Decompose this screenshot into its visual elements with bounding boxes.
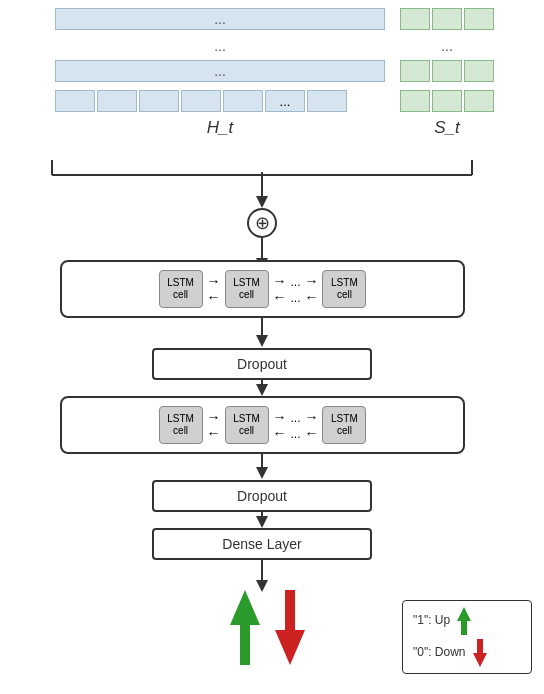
svg-marker-1: [256, 196, 268, 208]
lstm-cell-2-3-label: LSTMcell: [331, 413, 358, 437]
lstm-cell-1-2-label: LSTMcell: [233, 277, 260, 301]
ht-cell-4: [181, 90, 221, 112]
st-cell-r1-1: [400, 8, 430, 30]
st-cell-r4-1: [400, 90, 430, 112]
lstm-cell-1-3: LSTMcell: [322, 270, 366, 308]
legend-down-label: "0": Down: [413, 642, 466, 664]
svg-marker-7: [256, 384, 268, 396]
output-down-arrow: [270, 590, 310, 670]
svg-marker-20: [457, 607, 471, 635]
dense-layer: Dense Layer: [152, 528, 372, 560]
legend-box: "1": Up "0": Down: [402, 600, 532, 674]
lstm-cell-2-2-label: LSTMcell: [233, 413, 260, 437]
svg-marker-18: [230, 590, 260, 665]
lstm-cell-2-3: LSTMcell: [322, 406, 366, 444]
lstm-layer-2: LSTMcell → ← LSTMcell → ... → ← ... ← LS…: [60, 396, 465, 454]
legend-up-row: "1": Up: [413, 607, 521, 635]
st-cell-r3-2: [432, 60, 462, 82]
arrow-pair-2: → ←: [207, 409, 221, 441]
st-cell-r3-3: [464, 60, 494, 82]
ht-cell-last: [307, 90, 347, 112]
output-up-arrow: [225, 590, 265, 670]
legend-up-label: "1": Up: [413, 610, 450, 632]
lstm-cell-1-1: LSTMcell: [159, 270, 203, 308]
legend-down-icon: [472, 639, 488, 667]
legend-down-row: "0": Down: [413, 639, 521, 667]
arrow-dots-1: → ... → ← ... ←: [273, 273, 319, 305]
ht-cell-2: [97, 90, 137, 112]
ht-dots-2: ...: [214, 38, 226, 54]
st-row3: [400, 60, 494, 82]
arrow-dots-2: → ... → ← ... ←: [273, 409, 319, 441]
arrow-pair-1: → ←: [207, 273, 221, 305]
dropout-layer-1: Dropout: [152, 348, 372, 380]
st-cell-r1-2: [432, 8, 462, 30]
st-cell-r3-1: [400, 60, 430, 82]
lstm-cell-1-1-label: LSTMcell: [167, 277, 194, 301]
st-cell-r4-3: [464, 90, 494, 112]
ht-dots-3: ...: [214, 63, 226, 79]
diagram: ... ... ... ... H_t ...: [0, 0, 544, 694]
ht-dots-cells: ...: [265, 90, 305, 112]
ht-row3-wide: ...: [55, 60, 385, 82]
svg-marker-9: [256, 467, 268, 479]
svg-marker-19: [275, 590, 305, 665]
lstm-cell-2-1: LSTMcell: [159, 406, 203, 444]
ht-row4: ...: [55, 90, 347, 112]
lstm-cell-1-2: LSTMcell: [225, 270, 269, 308]
st-row1: [400, 8, 494, 30]
st-cell-r4-2: [432, 90, 462, 112]
lstm-cell-2-1-label: LSTMcell: [167, 413, 194, 437]
lstm-layer-1: LSTMcell → ← LSTMcell → ... → ← ... ← LS…: [60, 260, 465, 318]
st-cell-r1-3: [464, 8, 494, 30]
ht-cell-5: [223, 90, 263, 112]
ht-cell-1: [55, 90, 95, 112]
lstm-cell-2-2: LSTMcell: [225, 406, 269, 444]
svg-marker-11: [256, 516, 268, 528]
concat-symbol: ⊕: [247, 208, 277, 238]
svg-marker-21: [473, 639, 487, 667]
ht-dots-row2: ...: [55, 38, 385, 54]
lstm-cell-1-3-label: LSTMcell: [331, 277, 358, 301]
st-row4: [400, 90, 494, 112]
st-label: S_t: [400, 118, 494, 138]
ht-row1-wide: ...: [55, 8, 385, 30]
ht-label: H_t: [55, 118, 385, 138]
dropout-layer-2: Dropout: [152, 480, 372, 512]
legend-up-icon: [456, 607, 472, 635]
ht-dots-1: ...: [214, 11, 226, 27]
ht-cell-3: [139, 90, 179, 112]
svg-marker-5: [256, 335, 268, 347]
st-dots: ...: [400, 38, 494, 54]
